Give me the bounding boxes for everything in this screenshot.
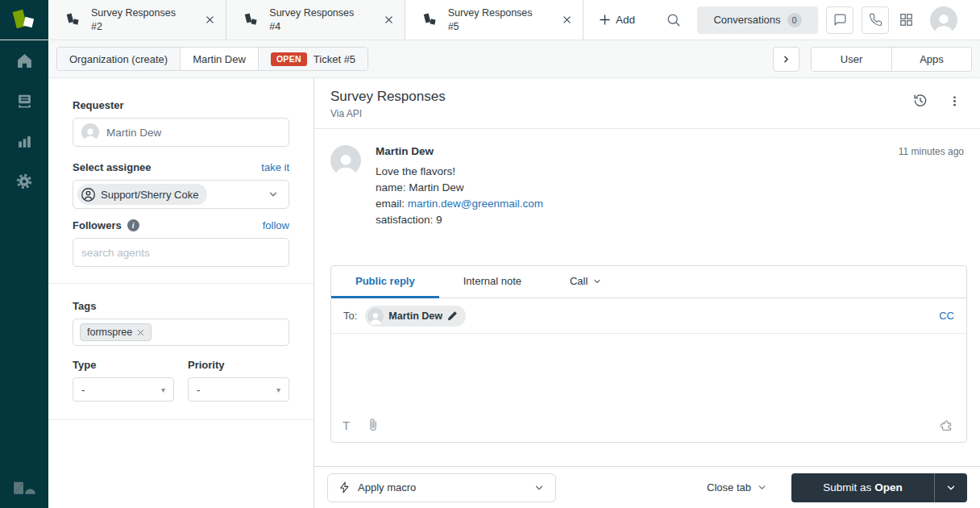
context-panel-switch: User Apps: [811, 47, 972, 72]
breadcrumb-organization[interactable]: Organization (create): [57, 48, 180, 70]
message-text: Love the flavors! name: Martin Dew email…: [376, 164, 967, 228]
more-options-icon[interactable]: [949, 95, 961, 107]
tab-apps[interactable]: Apps: [891, 48, 971, 71]
info-icon[interactable]: i: [127, 219, 139, 231]
reply-textarea[interactable]: [331, 334, 966, 408]
ticket-tab-5-active[interactable]: Survey Responses#5: [405, 0, 583, 40]
remove-tag-icon[interactable]: [137, 329, 144, 336]
admin-gear-icon[interactable]: [0, 172, 48, 191]
organization-label: Organization (create): [69, 53, 168, 65]
cc-button[interactable]: CC: [939, 310, 954, 322]
followers-field[interactable]: [73, 238, 289, 267]
text-format-icon[interactable]: T: [343, 418, 350, 432]
submit-options-caret[interactable]: [934, 473, 967, 502]
phone-icon[interactable]: [862, 6, 889, 34]
apply-macro-label: Apply macro: [358, 481, 416, 493]
user-avatar[interactable]: [930, 6, 957, 34]
followers-field-label: Followers i: [73, 219, 139, 231]
apply-macro-select[interactable]: Apply macro: [327, 473, 556, 502]
submit-as-open-button[interactable]: Submit asOpen: [791, 473, 934, 502]
ticket-fields-panel: Requester Martin Dew Select assignee tak…: [48, 78, 314, 508]
close-tab-icon[interactable]: [384, 15, 393, 24]
assignee-value: Support/Sherry Coke: [101, 189, 198, 201]
requester-field[interactable]: Martin Dew: [73, 118, 289, 147]
top-bar: Survey Responses#2 Survey Responses#4 Su…: [0, 0, 980, 40]
search-icon[interactable]: [666, 12, 681, 27]
apps-grid-icon[interactable]: [899, 12, 914, 27]
priority-select[interactable]: - ▾: [188, 377, 289, 402]
section-divider: [48, 283, 314, 284]
tab-internal-note[interactable]: Internal note: [439, 266, 546, 298]
message-timestamp: 11 minutes ago: [899, 146, 967, 157]
tags-field[interactable]: formspree: [73, 319, 289, 346]
breadcrumb-ticket[interactable]: OPEN Ticket #5: [258, 48, 368, 70]
logo-white-shape: [23, 17, 34, 27]
conversation-body: Martin Dew 11 minutes ago Love the flavo…: [314, 129, 980, 466]
collapse-panel-button[interactable]: [773, 47, 799, 72]
close-tab-icon[interactable]: [563, 15, 571, 24]
reports-icon[interactable]: [0, 131, 48, 151]
composer-tabs: Public reply Internal note Call: [331, 266, 966, 298]
ticket-tab-icon: [244, 13, 258, 27]
requester-avatar: [81, 123, 99, 141]
breadcrumb: Organization (create) Martin Dew OPEN Ti…: [56, 47, 368, 71]
ticket-tab-label: Survey Responses#4: [269, 6, 354, 33]
conversation-channel: Via API: [330, 108, 446, 119]
assignee-select[interactable]: Support/Sherry Coke: [73, 180, 289, 209]
add-label: Add: [616, 14, 635, 26]
edit-recipient-icon[interactable]: [447, 310, 458, 321]
chevron-down-icon: [945, 482, 957, 493]
plus-icon: [600, 15, 610, 25]
ticket-tab-label: Survey Responses#2: [91, 6, 176, 33]
chevron-down-icon: [592, 277, 602, 286]
chat-icon[interactable]: [826, 6, 853, 34]
type-value: -: [81, 384, 85, 396]
conversation-title: Survey Responses: [330, 89, 446, 105]
chevron-right-icon: [781, 54, 791, 65]
zendesk-mark-icon[interactable]: [12, 476, 36, 498]
ticket-tab-4[interactable]: Survey Responses#4: [226, 0, 405, 40]
zendesk-product-logo[interactable]: [0, 0, 48, 40]
follow-link[interactable]: follow: [263, 219, 289, 231]
home-icon[interactable]: [0, 51, 48, 70]
chevron-down-icon: [757, 482, 767, 493]
attachment-icon[interactable]: [366, 418, 380, 432]
to-label: To:: [343, 310, 357, 322]
type-select[interactable]: - ▾: [73, 377, 174, 402]
recipient-pill[interactable]: Martin Dew: [365, 306, 466, 327]
close-tab-select[interactable]: Close tab: [707, 481, 767, 493]
priority-value: -: [197, 384, 200, 396]
dropdown-arrow-icon: ▾: [161, 385, 165, 394]
followers-search-input[interactable]: [81, 247, 280, 259]
ticket-footer: Apply macro Close tab Submit asOpen: [314, 466, 980, 508]
shortcuts-puzzle-icon[interactable]: [941, 418, 955, 432]
take-it-link[interactable]: take it: [261, 161, 289, 173]
breadcrumb-requester[interactable]: Martin Dew: [180, 48, 258, 70]
status-badge: OPEN: [271, 52, 307, 66]
top-bar-actions: Add Conversations 0: [583, 0, 980, 40]
requester-label: Martin Dew: [193, 53, 246, 65]
ticket-tab-label: Survey Responses#5: [448, 6, 533, 33]
tab-user[interactable]: User: [812, 48, 891, 71]
conversations-button[interactable]: Conversations 0: [697, 6, 818, 34]
assignee-field-label: Select assignee: [73, 161, 152, 173]
ticket-tab-icon: [66, 13, 80, 27]
add-button[interactable]: Add: [600, 14, 635, 26]
tab-public-reply[interactable]: Public reply: [331, 266, 439, 298]
history-icon[interactable]: [913, 94, 928, 108]
tags-field-label: Tags: [73, 300, 96, 312]
conversations-count-badge: 0: [787, 13, 802, 27]
message-avatar: [330, 145, 361, 176]
reply-composer: Public reply Internal note Call To:: [330, 265, 967, 443]
message-author: Martin Dew: [376, 145, 434, 157]
close-tab-icon[interactable]: [206, 15, 214, 24]
requester-field-label: Requester: [73, 99, 124, 111]
ticket-tab-2[interactable]: Survey Responses#2: [48, 0, 226, 40]
email-link[interactable]: martin.dew@greenmail.com: [408, 198, 543, 210]
composer-toolbar: T: [331, 408, 966, 442]
chevron-down-icon: [534, 482, 545, 493]
tab-call[interactable]: Call: [546, 266, 626, 298]
chevron-down-icon: [268, 189, 279, 200]
macro-bolt-icon: [338, 481, 351, 493]
views-icon[interactable]: [0, 91, 48, 110]
